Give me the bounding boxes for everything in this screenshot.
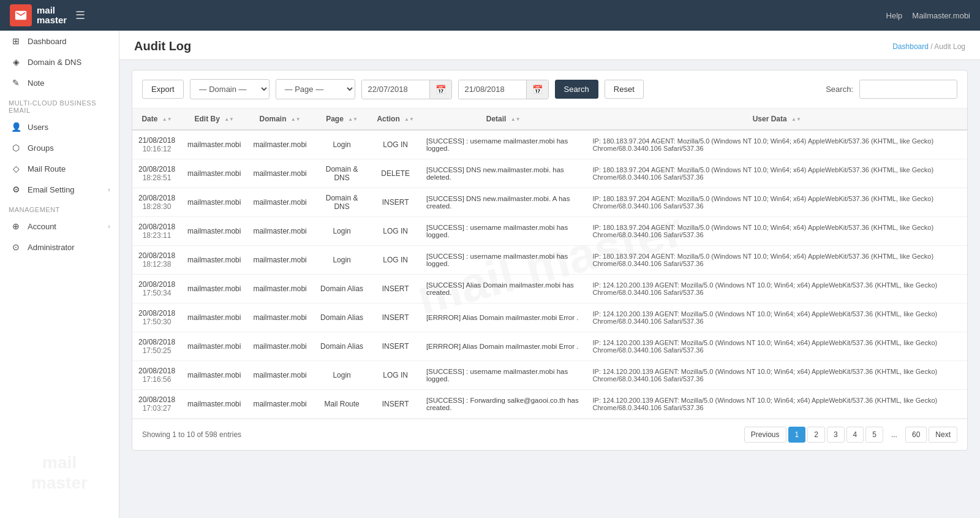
cell-page: Domain Alias [313, 303, 371, 332]
table-row: 20/08/201817:50:34mailmaster.mobimailmas… [132, 275, 967, 303]
sort-icon: ▲▼ [224, 117, 234, 122]
cell-page: Login [313, 361, 371, 390]
col-date: Date ▲▼ [132, 109, 181, 130]
date-to-input[interactable] [459, 80, 526, 98]
date-to-calendar-icon[interactable]: 📅 [526, 80, 548, 99]
sidebar-item-groups[interactable]: ⬡ Groups [0, 137, 119, 158]
page-btn-3[interactable]: 3 [827, 427, 845, 443]
administrator-icon: ⊙ [10, 242, 21, 252]
table-row: 20/08/201817:03:27mailmaster.mobimailmas… [132, 390, 967, 419]
cell-detail: [SUCCESS] : username mailmaster.mobi has… [420, 361, 587, 390]
cell-date: 20/08/201817:03:27 [132, 390, 181, 419]
reset-button[interactable]: Reset [605, 80, 644, 99]
cell-page: Domain & DNS [313, 188, 371, 217]
page-btn-2[interactable]: 2 [807, 427, 825, 443]
cell-edit-by: mailmaster.mobi [181, 303, 247, 332]
table-row: 20/08/201817:50:25mailmaster.mobimailmas… [132, 332, 967, 361]
cell-user-data: IP: 124.120.200.139 AGENT: Mozilla/5.0 (… [587, 390, 967, 419]
hamburger-icon[interactable]: ☰ [75, 9, 85, 22]
cell-user-data: IP: 124.120.200.139 AGENT: Mozilla/5.0 (… [587, 361, 967, 390]
cell-domain: mailmaster.mobi [247, 275, 312, 303]
sidebar-item-email-setting[interactable]: ⚙ Email Setting › [0, 179, 119, 200]
note-icon: ✎ [10, 78, 21, 88]
cell-action: INSERT [371, 390, 420, 419]
audit-log-table: Date ▲▼ Edit By ▲▼ Domain ▲▼ Page ▲▼ Act… [132, 109, 967, 419]
sidebar-item-label: Groups [28, 143, 54, 153]
col-page: Page ▲▼ [313, 109, 371, 130]
sidebar-item-domain-dns[interactable]: ◈ Domain & DNS [0, 51, 119, 72]
cell-detail: [ERRROR] Alias Domain mailmaster.mobi Er… [420, 303, 587, 332]
cell-date: 20/08/201817:16:56 [132, 361, 181, 390]
table-row: 21/08/201810:16:12mailmaster.mobimailmas… [132, 130, 967, 159]
sidebar-item-label: Domain & DNS [28, 58, 81, 67]
cell-action: DELETE [371, 159, 420, 188]
page-btn-1[interactable]: 1 [788, 427, 806, 443]
sidebar-item-mail-route[interactable]: ◇ Mail Route [0, 158, 119, 179]
cell-domain: mailmaster.mobi [247, 217, 312, 246]
cell-page: Login [313, 246, 371, 275]
breadcrumb-home[interactable]: Dashboard [892, 42, 929, 51]
account-icon: ⊕ [10, 221, 21, 231]
search-button[interactable]: Search [555, 80, 598, 99]
cell-date: 21/08/201810:16:12 [132, 130, 181, 159]
help-link[interactable]: Help [886, 11, 903, 20]
prev-button[interactable]: Previous [744, 427, 786, 443]
content-area: Export — Domain — — Page — 📅 📅 [119, 60, 980, 518]
chevron-right-icon: › [108, 186, 110, 193]
cell-date: 20/08/201818:23:11 [132, 217, 181, 246]
sidebar: ⊞ Dashboard ◈ Domain & DNS ✎ Note Multi-… [0, 31, 119, 518]
users-icon: 👤 [10, 122, 21, 132]
col-user-data: User Data ▲▼ [587, 109, 967, 130]
cell-detail: [ERRROR] Alias Domain mailmaster.mobi Er… [420, 332, 587, 361]
sidebar-item-note[interactable]: ✎ Note [0, 72, 119, 93]
page-title: Audit Log [134, 39, 191, 53]
cell-date: 20/08/201818:28:30 [132, 188, 181, 217]
table-body: 21/08/201810:16:12mailmaster.mobimailmas… [132, 130, 967, 419]
search-label: Search: [826, 85, 853, 94]
date-from-input[interactable] [362, 80, 429, 98]
search-input[interactable] [859, 80, 957, 99]
sidebar-item-users[interactable]: 👤 Users [0, 116, 119, 137]
page-btn-5[interactable]: 5 [865, 427, 883, 443]
domain-select[interactable]: — Domain — [190, 79, 270, 99]
cell-date: 20/08/201818:12:38 [132, 246, 181, 275]
cell-edit-by: mailmaster.mobi [181, 130, 247, 159]
export-button[interactable]: Export [142, 80, 184, 99]
sort-icon: ▲▼ [511, 117, 521, 122]
cell-detail: [SUCCESS] : username mailmaster.mobi has… [420, 217, 587, 246]
page-btn-4[interactable]: 4 [846, 427, 864, 443]
email-setting-icon: ⚙ [10, 185, 21, 194]
cell-edit-by: mailmaster.mobi [181, 390, 247, 419]
cell-domain: mailmaster.mobi [247, 130, 312, 159]
topnav-left: mail master ☰ [10, 4, 85, 26]
page-btn-60[interactable]: 60 [905, 427, 927, 443]
cell-domain: mailmaster.mobi [247, 246, 312, 275]
domain-icon: ◈ [10, 57, 21, 67]
cell-action: INSERT [371, 188, 420, 217]
sidebar-item-label: Dashboard [28, 37, 67, 46]
date-from-calendar-icon[interactable]: 📅 [429, 80, 451, 99]
cell-edit-by: mailmaster.mobi [181, 188, 247, 217]
sort-icon: ▲▼ [291, 117, 301, 122]
toolbar: Export — Domain — — Page — 📅 📅 [132, 70, 967, 109]
sidebar-item-administrator[interactable]: ⊙ Administrator [0, 237, 119, 257]
cell-page: Login [313, 130, 371, 159]
cell-date: 20/08/201817:50:30 [132, 303, 181, 332]
col-domain: Domain ▲▼ [247, 109, 312, 130]
cell-user-data: IP: 180.183.97.204 AGENT: Mozilla/5.0 (W… [587, 217, 967, 246]
cell-action: INSERT [371, 332, 420, 361]
page-select[interactable]: — Page — [276, 79, 355, 99]
logo-text: mail master [37, 6, 67, 26]
pagination: Previous 1 2 3 4 5 ... 60 Next [744, 427, 957, 443]
next-button[interactable]: Next [929, 427, 957, 443]
cell-action: INSERT [371, 303, 420, 332]
cell-page: Domain Alias [313, 275, 371, 303]
table-wrap: mail master Date ▲▼ Edit By ▲▼ Domain ▲▼… [132, 109, 967, 419]
sidebar-item-dashboard[interactable]: ⊞ Dashboard [0, 31, 119, 51]
col-detail: Detail ▲▼ [420, 109, 587, 130]
cell-domain: mailmaster.mobi [247, 159, 312, 188]
sort-icon: ▲▼ [348, 117, 358, 122]
sidebar-item-label: Administrator [28, 243, 75, 252]
sidebar-item-account[interactable]: ⊕ Account › [0, 216, 119, 237]
cell-page: Domain & DNS [313, 159, 371, 188]
